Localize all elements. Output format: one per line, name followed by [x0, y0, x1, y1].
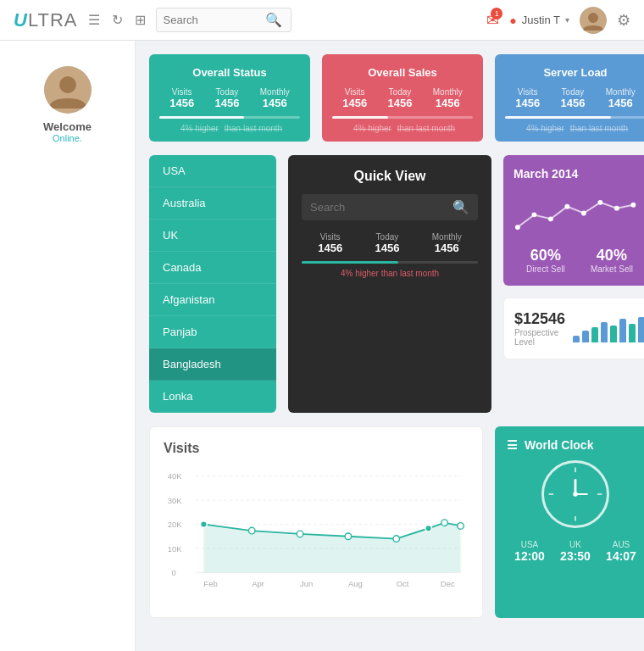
user-dropdown-icon[interactable]: ▾ [565, 15, 569, 25]
stat-col-label: Monthly [260, 87, 290, 97]
qv-col-value: 1456 [318, 242, 342, 254]
stat-bar-bg [159, 116, 300, 119]
clock-tz-uk: UK 23:50 [560, 540, 591, 563]
stat-cards-row: Overall Status Visits 1456 Today 1456 Mo… [149, 54, 644, 142]
march-market-value: 40% [591, 247, 633, 264]
qv-bar-fill [302, 261, 398, 264]
country-item-lonka[interactable]: Lonka [149, 381, 276, 413]
stat-card-title: Overall Sales [332, 66, 473, 79]
svg-point-8 [581, 211, 586, 216]
stat-footer-text: 4% higher [353, 124, 391, 133]
country-item-uk[interactable]: UK [149, 220, 276, 252]
country-item-afganistan[interactable]: Afganistan [149, 284, 276, 316]
march-market-label: Market Sell [591, 264, 633, 274]
country-item-panjab[interactable]: Panjab [149, 316, 276, 348]
svg-point-3 [59, 76, 76, 93]
settings-icon[interactable]: ⚙ [617, 11, 630, 30]
prosp-bar [582, 331, 589, 342]
qv-search-input[interactable] [310, 201, 452, 214]
header-icons: ☰ ↻ ⊞ [88, 12, 146, 28]
menu-icon[interactable]: ☰ [88, 12, 100, 28]
qv-col-value: 1456 [375, 242, 399, 254]
notif-badge: 1 [491, 8, 502, 19]
svg-point-36 [458, 523, 464, 530]
prosp-bar [619, 319, 626, 342]
overall-sales-card: Overall Sales Visits 1456 Today 1456 Mon… [322, 54, 483, 142]
qv-col-label: Today [375, 232, 399, 242]
stat-card-cols: Visits 1456 Today 1456 Monthly 1456 [505, 87, 644, 109]
logo-u: U [14, 9, 28, 31]
stat-col: Visits 1456 [169, 87, 194, 109]
prosp-bar [638, 317, 644, 342]
svg-text:30K: 30K [168, 496, 183, 505]
country-item-usa[interactable]: USA [149, 155, 276, 187]
stat-col-label: Visits [342, 87, 367, 97]
stat-card-cols: Visits 1456 Today 1456 Monthly 1456 [332, 87, 473, 109]
qv-col-label: Visits [318, 232, 342, 242]
svg-point-4 [515, 225, 520, 230]
stat-col-value: 1456 [515, 97, 540, 109]
grid-icon[interactable]: ⊞ [135, 12, 146, 28]
visits-title: Visits [164, 441, 469, 456]
stat-bar-fill [505, 116, 611, 119]
stat-col-label: Today [214, 87, 239, 97]
stat-footer-muted: than last month [570, 124, 628, 133]
clock-face [541, 460, 609, 528]
clock-tz-aus-label: AUS [606, 540, 636, 549]
qv-footer-text: 4% higher [341, 269, 379, 278]
stat-col: Today 1456 [214, 87, 239, 109]
prosp-left: $12546 Prospective Level [514, 310, 573, 347]
march-stat-market: 40% Market Sell [591, 247, 633, 274]
svg-text:Dec: Dec [441, 579, 455, 588]
logo: ULTRA [14, 9, 78, 31]
svg-point-10 [614, 206, 619, 211]
march-stat-direct: 60% Direct Sell [526, 247, 565, 274]
prosp-bar [629, 324, 636, 342]
stat-col: Today 1456 [387, 87, 412, 109]
march-stats: 60% Direct Sell 40% Market Sell [514, 247, 644, 274]
country-item-bangladesh[interactable]: Bangladesh [149, 348, 276, 381]
qv-cols: Visits 1456 Today 1456 Monthly 1456 [302, 232, 478, 254]
user-area[interactable]: ● Justin T ▾ [509, 14, 569, 27]
search-bar[interactable]: 🔍 [156, 8, 291, 32]
qv-search-icon: 🔍 [452, 199, 469, 215]
svg-text:0: 0 [171, 568, 175, 577]
svg-text:Feb: Feb [203, 579, 217, 588]
mid-row: USA Australia UK Canada Afganistan Panja… [149, 155, 644, 413]
svg-point-32 [345, 533, 352, 540]
search-input[interactable] [164, 14, 265, 26]
stat-col: Monthly 1456 [606, 87, 636, 109]
svg-point-31 [297, 531, 303, 537]
svg-text:Jun: Jun [300, 579, 313, 588]
main-content: Overall Status Visits 1456 Today 1456 Mo… [136, 41, 644, 651]
prospective-card: $12546 Prospective Level [503, 298, 644, 359]
prosp-bar [601, 322, 608, 342]
qv-col: Today 1456 [375, 232, 399, 254]
layout: Welcome Online. Overall Status Visits 14… [0, 41, 644, 651]
qv-bar-bg [302, 261, 478, 264]
svg-point-6 [548, 216, 553, 221]
clock-tz-aus-time: 14:07 [606, 549, 636, 563]
sidebar-profile: Welcome Online. [0, 58, 135, 160]
refresh-icon[interactable]: ↻ [112, 12, 123, 28]
country-item-canada[interactable]: Canada [149, 252, 276, 284]
stat-footer-muted: than last month [397, 124, 455, 133]
svg-point-11 [630, 203, 636, 208]
qv-col-label: Monthly [432, 232, 462, 242]
svg-text:Oct: Oct [397, 579, 409, 588]
stat-card-title: Server Load [505, 66, 644, 79]
sidebar-username: Welcome [0, 120, 135, 133]
user-avatar[interactable] [580, 7, 607, 34]
svg-text:40K: 40K [168, 471, 183, 481]
clock-tz-aus: AUS 14:07 [606, 540, 636, 563]
country-item-australia[interactable]: Australia [149, 187, 276, 220]
svg-point-9 [597, 200, 602, 205]
notification-icon[interactable]: ✉ 1 [486, 11, 499, 30]
march-direct-label: Direct Sell [526, 264, 565, 274]
stat-footer: 4% higher than last month [505, 124, 644, 133]
march-card: March 2014 [503, 155, 644, 286]
qv-search-bar[interactable]: 🔍 [302, 194, 478, 220]
visits-card: Visits 40K 30K 20K 10K 0 Feb Apr [149, 426, 483, 618]
stat-footer-text: 4% higher [526, 124, 564, 133]
svg-point-7 [564, 204, 569, 209]
